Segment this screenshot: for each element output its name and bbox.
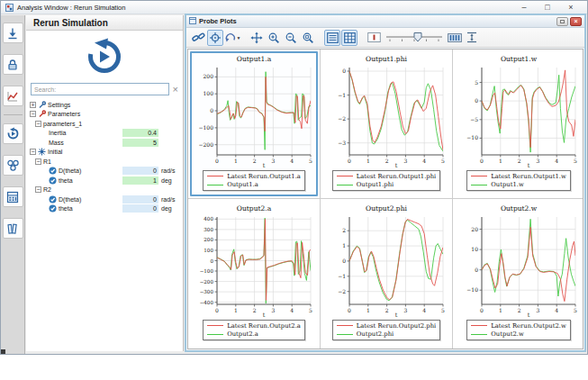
pan-button[interactable] <box>249 30 265 46</box>
svg-text:2: 2 <box>253 307 257 313</box>
books-icon <box>6 222 19 235</box>
expand-icon[interactable]: + <box>30 102 36 108</box>
collapse-icon[interactable]: − <box>30 111 36 117</box>
interval-button[interactable] <box>366 30 382 46</box>
link-curves-button[interactable] <box>190 30 206 46</box>
collapse-icon[interactable]: − <box>35 158 41 165</box>
legend-line-swatch <box>207 325 223 326</box>
parameter-value[interactable]: 0 <box>122 195 158 204</box>
gears-tool-button[interactable] <box>3 155 23 176</box>
plot-output1-a[interactable]: Output1.a012345−200−1000100200tLatest Re… <box>190 51 318 196</box>
calc-tool-button[interactable] <box>3 186 23 207</box>
animation-slider[interactable] <box>384 32 444 44</box>
svg-text:−1: −1 <box>338 92 346 98</box>
plot-output2-phi[interactable]: Output2.phi012345−2−1012tLatest Rerun.Ou… <box>322 201 450 347</box>
tool-sidebar <box>1 15 25 354</box>
parameter-value[interactable]: 0.4 <box>122 129 158 137</box>
svg-text:1: 1 <box>366 307 370 313</box>
probe-plots-title: Probe Plots <box>199 17 237 25</box>
maximize-button[interactable]: □ <box>536 2 559 14</box>
tree-row[interactable]: theta0deg <box>26 204 183 214</box>
zoom-out-button[interactable] <box>283 30 299 46</box>
rotate-3d-button[interactable]: ▼ <box>224 30 240 46</box>
layout-grid-button[interactable] <box>341 30 357 46</box>
plot-cell: Output1.a012345−200−1000100200tLatest Re… <box>188 50 321 199</box>
rotate-icon <box>224 32 236 43</box>
tree-row[interactable]: +Settings <box>26 100 183 110</box>
search-clear-button[interactable]: × <box>173 85 178 94</box>
plot-output1-phi[interactable]: Output1.phi012345−3−2−10tLatest Rerun.Ou… <box>322 51 450 196</box>
svg-text:4: 4 <box>290 158 294 164</box>
plot-legend: Latest Rerun.Output1.phiOutput1.phi <box>332 170 441 191</box>
legend-label: Latest Rerun.Output2.w <box>491 322 565 330</box>
collapse-icon[interactable]: − <box>35 186 41 193</box>
search-input[interactable] <box>31 83 169 95</box>
parameter-value[interactable]: 0 <box>122 167 158 175</box>
minimize-button[interactable]: – <box>512 2 536 14</box>
float-panel-button[interactable] <box>556 17 568 26</box>
parameter-value[interactable]: 5 <box>122 139 158 147</box>
tree-row[interactable]: Inertia0.4 <box>26 129 183 139</box>
tree-row[interactable]: D(theta)0rad/s <box>26 167 183 176</box>
plot-title: Output2.a <box>237 204 271 213</box>
plot-grid: Output1.a012345−200−1000100200tLatest Re… <box>187 49 583 349</box>
tree-row[interactable]: Mass5 <box>26 138 183 148</box>
svg-text:1: 1 <box>499 307 502 313</box>
plot-canvas: 012345−2−1012t <box>325 213 448 319</box>
legend-entry: Output1.a <box>207 181 301 190</box>
layout-single-button[interactable] <box>324 30 340 46</box>
plot-legend: Latest Rerun.Output2.aOutput2.a <box>203 320 305 340</box>
tree-item-label: R1 <box>43 158 51 165</box>
legend-label: Output2.phi <box>357 330 394 338</box>
plot-cell: Output2.phi012345−2−1012tLatest Rerun.Ou… <box>321 199 453 348</box>
resize-grip[interactable] <box>1 349 5 354</box>
plot-title: Output2.phi <box>366 204 407 213</box>
rerun-tool-button[interactable] <box>3 123 23 144</box>
tree-row[interactable]: theta1deg <box>26 176 183 185</box>
plot-output2-a[interactable]: Output2.a012345−400−300−200−100010020030… <box>190 201 318 347</box>
tree-row[interactable]: −R1 <box>26 157 183 167</box>
tree-row[interactable]: −R2 <box>26 185 183 195</box>
rerun-simulation-panel: Rerun Simulation × +Settings−Parameters−… <box>26 15 184 351</box>
tree-row[interactable]: −Initial <box>26 148 183 158</box>
svg-text:4: 4 <box>422 307 426 313</box>
legend-line-swatch <box>337 176 353 176</box>
plot-output2-w[interactable]: Output2.w012345−1001020tLatest Rerun.Out… <box>455 201 583 347</box>
filmstrip-button[interactable] <box>447 30 463 46</box>
legend-entry: Latest Rerun.Output2.a <box>207 321 301 330</box>
svg-text:−100: −100 <box>200 268 214 274</box>
legend-line-swatch <box>337 185 353 185</box>
crosshair-icon <box>209 32 222 44</box>
legend-label: Latest Rerun.Output1.w <box>491 173 565 180</box>
zoom-fit-button[interactable] <box>300 30 316 46</box>
collapse-icon[interactable]: − <box>30 149 36 155</box>
tree-item-label: theta <box>59 205 73 212</box>
zoom-fit-icon <box>302 32 314 44</box>
tree-row[interactable]: D(theta)0rad/s <box>26 195 183 204</box>
probe-mode-button[interactable] <box>207 30 223 46</box>
tree-row[interactable]: −Parameters <box>26 110 183 120</box>
plot-canvas: 012345−400−300−200−1000100200300400t <box>193 213 315 319</box>
plot-tool-button[interactable] <box>3 86 23 106</box>
collapse-icon[interactable]: − <box>35 121 41 127</box>
rerun-simulation-button[interactable] <box>84 36 125 77</box>
close-panel-button[interactable]: × <box>570 17 582 26</box>
zoom-in-button[interactable] <box>266 30 282 46</box>
layout-single-icon <box>327 32 339 43</box>
lock-tool-button[interactable] <box>3 54 23 75</box>
close-button[interactable]: × <box>559 2 583 14</box>
svg-text:4: 4 <box>555 307 558 313</box>
svg-text:3: 3 <box>271 307 275 313</box>
library-tool-button[interactable] <box>3 218 23 239</box>
parameter-value[interactable]: 0 <box>122 204 158 213</box>
svg-text:0: 0 <box>480 158 484 164</box>
fit-height-button[interactable] <box>464 30 480 46</box>
svg-text:2: 2 <box>253 158 257 164</box>
plot-output1-w[interactable]: Output1.w012345−10−505tLatest Rerun.Outp… <box>455 51 583 196</box>
parameter-value[interactable]: 1 <box>122 176 158 185</box>
dropdown-arrow-icon[interactable]: ▼ <box>237 35 241 41</box>
import-tool-button[interactable] <box>3 23 23 43</box>
svg-text:0: 0 <box>475 267 478 273</box>
tree-row[interactable]: −parameters_1 <box>26 119 183 129</box>
svg-text:20: 20 <box>471 226 478 232</box>
